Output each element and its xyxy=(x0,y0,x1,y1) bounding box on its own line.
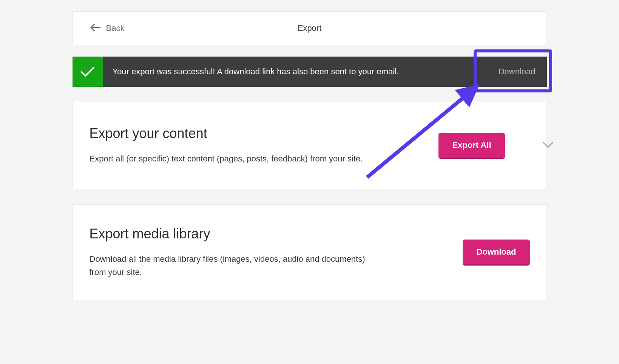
arrow-left-icon xyxy=(90,23,101,33)
notification-download-button[interactable]: Download xyxy=(487,57,547,87)
success-notification: Your export was successful! A download l… xyxy=(73,57,547,87)
download-media-button[interactable]: Download xyxy=(463,240,529,266)
page-header: Back Export xyxy=(73,11,547,45)
back-button[interactable]: Back xyxy=(73,23,125,33)
page-title: Export xyxy=(298,23,322,33)
check-icon xyxy=(73,57,103,87)
chevron-down-icon xyxy=(542,141,554,150)
export-media-title: Export media library xyxy=(90,226,452,242)
export-media-description: Download all the media library files (im… xyxy=(90,252,377,279)
back-label: Back xyxy=(106,23,125,33)
export-content-card: Export your content Export all (or speci… xyxy=(73,102,547,189)
export-content-title: Export your content xyxy=(90,126,428,141)
export-all-button[interactable]: Export All xyxy=(438,133,505,159)
notification-message: Your export was successful! A download l… xyxy=(103,67,487,77)
export-content-description: Export all (or specific) text content (p… xyxy=(90,152,377,165)
expand-toggle[interactable] xyxy=(533,102,563,189)
export-media-card: Export media library Download all the me… xyxy=(73,204,547,300)
